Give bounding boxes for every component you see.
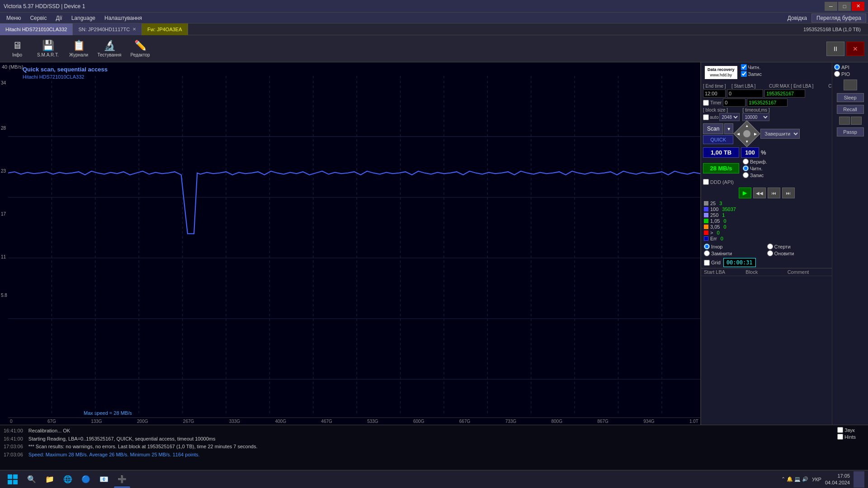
tab-sn-close[interactable]: ✕	[132, 27, 136, 32]
update-radio[interactable]	[767, 250, 773, 256]
edge-taskbar-icon[interactable]: 🌐	[60, 471, 76, 488]
start-lba-input[interactable]	[727, 89, 763, 98]
timer-checkbox[interactable]	[703, 100, 709, 106]
ignore-label: Ігнор	[711, 244, 722, 249]
rewind-button[interactable]: ◀◀	[753, 188, 766, 198]
search-taskbar-icon[interactable]: 🔍	[24, 471, 40, 488]
grid-checkbox[interactable]	[704, 260, 710, 266]
dpad-up[interactable]: ▲	[745, 124, 749, 128]
chrome-taskbar-icon[interactable]: 🔵	[78, 471, 94, 488]
taskbar: 🔍 📁 🌐 🔵 📧 ➕ ⌃ 🔔 💻 🔊 УКР 17:05 04.04.2024	[0, 470, 868, 488]
maximize-button[interactable]: □	[838, 2, 851, 11]
y-label-17: 17	[1, 211, 6, 216]
recall-button[interactable]: Recall	[837, 105, 864, 114]
timer-check-label[interactable]: Timer	[703, 100, 722, 106]
end-time-input[interactable]	[703, 89, 726, 98]
update-radio-label[interactable]: Оновити	[767, 250, 830, 256]
erase-radio-label[interactable]: Стерти	[767, 244, 830, 249]
ignore-radio-label[interactable]: Ігнор	[704, 244, 766, 249]
svg-rect-21	[13, 474, 18, 479]
ddd-checkbox[interactable]	[703, 179, 709, 185]
menu-item-language[interactable]: Language	[67, 14, 100, 22]
scan-button[interactable]: Scan	[703, 123, 723, 134]
pause-button[interactable]: ⏸	[826, 42, 844, 56]
outlook-taskbar-icon[interactable]: 📧	[96, 471, 112, 488]
finish-select[interactable]: Завершити	[760, 129, 800, 139]
skip-back-button[interactable]: ⏮	[768, 188, 780, 198]
write-radio[interactable]	[743, 172, 749, 178]
sleep-button[interactable]: Sleep	[837, 93, 864, 102]
end-lba-input[interactable]	[764, 89, 805, 98]
scan-chart	[8, 76, 700, 416]
quick-button[interactable]: QUICK	[703, 135, 733, 144]
write-radio-label[interactable]: Запис	[743, 172, 767, 178]
close-button[interactable]: ✕	[852, 2, 864, 11]
scan-dropdown-btn[interactable]: ▼	[724, 123, 733, 134]
skip-fwd-button[interactable]: ⏭	[782, 188, 795, 198]
sound-check-label[interactable]: Звук	[837, 427, 864, 433]
files-taskbar-icon[interactable]: 📁	[42, 471, 58, 488]
pio-radio[interactable]	[834, 71, 840, 77]
sound-checkbox[interactable]	[837, 427, 843, 433]
minimize-button[interactable]: ─	[825, 2, 837, 11]
write-checkbox[interactable]	[741, 71, 747, 77]
passp-button[interactable]: Passp	[837, 127, 864, 136]
hints-check-label[interactable]: Hints	[837, 434, 864, 440]
cur-label: CUR	[769, 84, 779, 89]
info-button[interactable]: 🖥 Інфо	[4, 37, 31, 61]
log-line-3: 17:03:06 *** Scan results: no warnings, …	[4, 443, 834, 451]
victoria-taskbar-icon[interactable]: ➕	[114, 471, 130, 488]
menu-item-menu[interactable]: Меню	[2, 14, 25, 22]
ddd-check-label[interactable]: DDD (API)	[703, 179, 830, 185]
replace-radio[interactable]	[704, 250, 710, 256]
dpad-right[interactable]: ▶	[754, 132, 757, 136]
pio-radio-label[interactable]: PIO	[834, 71, 866, 77]
y-label-23: 23	[1, 169, 6, 174]
test-button[interactable]: 🔬 Тестування	[96, 37, 123, 61]
log-time-4: 17:03:06	[4, 451, 23, 459]
legend-box-orange	[704, 225, 708, 229]
replace-radio-label[interactable]: Замінити	[704, 250, 766, 256]
y-label-34: 34	[1, 80, 6, 85]
auto-check[interactable]: auto	[703, 114, 718, 120]
tab-sn[interactable]: SN: JP2940HD1117TC ✕	[73, 23, 142, 35]
journal-button[interactable]: 📋 Журнали	[65, 37, 92, 61]
menu-item-actions[interactable]: Дії	[52, 14, 67, 22]
show-desktop-button[interactable]	[854, 471, 864, 488]
timer-input[interactable]	[723, 99, 745, 107]
dpad-left[interactable]: ◀	[737, 132, 740, 136]
read-checkbox[interactable]	[741, 64, 747, 70]
smart-button[interactable]: 💾 S.M.A.R.T.	[34, 37, 61, 61]
api-radio[interactable]	[834, 64, 840, 70]
stop-button[interactable]: ✕	[846, 42, 864, 56]
legend-count-250: 1	[722, 212, 725, 218]
erase-radio[interactable]	[767, 244, 773, 249]
dpad-down[interactable]: ▼	[745, 140, 749, 144]
lba-info: 1953525168 LBA (1,0 TB)	[796, 27, 868, 32]
block-size-select[interactable]: 2048	[719, 113, 740, 121]
read-radio[interactable]	[743, 165, 749, 171]
tab-fw[interactable]: Fw: JP4OA3EA	[142, 23, 188, 35]
hints-checkbox[interactable]	[837, 434, 843, 440]
read-checkbox-label[interactable]: Читн.	[741, 64, 762, 70]
api-radio-label[interactable]: API	[834, 64, 866, 70]
verify-radio[interactable]	[743, 159, 749, 164]
play-button[interactable]: ▶	[739, 188, 751, 198]
auto-checkbox[interactable]	[703, 114, 709, 120]
menu-item-settings[interactable]: Налаштування	[100, 14, 146, 22]
write-checkbox-label[interactable]: Запис	[741, 71, 762, 77]
grid-check-label[interactable]: Grid	[704, 260, 721, 266]
preview-buffer-button[interactable]: Перегляд буфера	[811, 14, 866, 23]
ignore-radio[interactable]	[704, 244, 710, 249]
menu-item-service[interactable]: Сервіс	[25, 14, 51, 22]
verify-radio-label[interactable]: Вериф.	[743, 159, 767, 164]
settings-section: [ End time ] [ Start LBA ] CUR MAX [ End…	[701, 83, 832, 187]
legend-item-25: 25 3	[704, 201, 829, 206]
start-button[interactable]	[4, 471, 22, 488]
read-radio-label[interactable]: Читн.	[743, 165, 767, 171]
menu-item-help[interactable]: Довідка	[783, 14, 811, 22]
timer-end-input[interactable]	[747, 99, 788, 107]
chart-area: 40 (MB/s) 34 28 23 17 11 5.8 Quick scan,…	[0, 62, 701, 425]
tab-hitachi[interactable]: Hitachi HDS721010CLA332	[0, 23, 73, 35]
editor-button[interactable]: ✏️ Редактор	[127, 37, 154, 61]
